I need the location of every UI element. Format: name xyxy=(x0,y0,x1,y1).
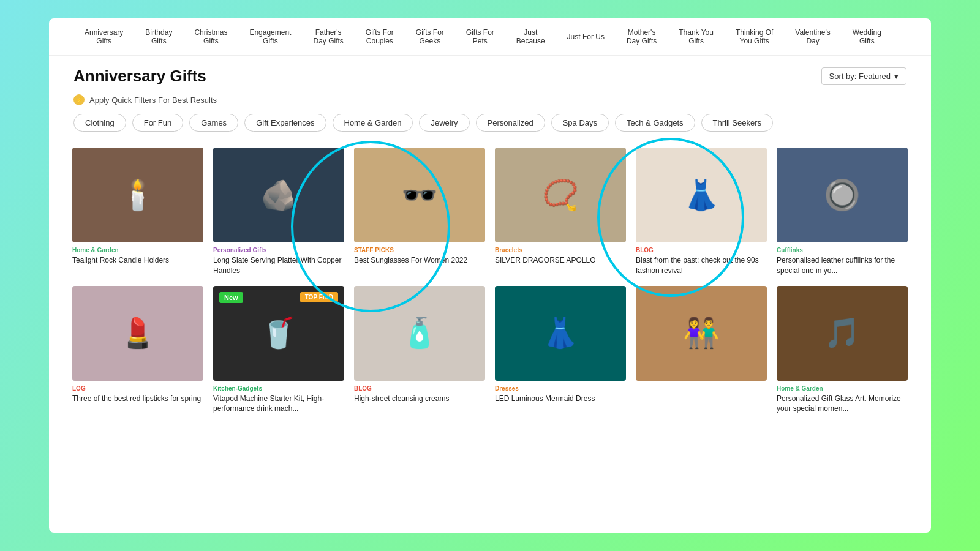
nav-item[interactable]: Just For Us xyxy=(556,30,616,43)
product-name: Long Slate Serving Platter With Copper H… xyxy=(213,255,344,276)
nav-item[interactable]: Gifts For Pets xyxy=(455,26,505,48)
product-category: STAFF PICKS xyxy=(354,247,485,253)
filter-chip[interactable]: Gift Experiences xyxy=(244,114,326,132)
product-name: Personalised leather cufflinks for the s… xyxy=(777,255,908,276)
sort-label: Sort by: Featured xyxy=(829,72,891,81)
product-grid: 🕯️Home & GardenTealight Rock Candle Hold… xyxy=(49,143,931,437)
product-name: Best Sunglasses For Women 2022 xyxy=(354,255,485,266)
product-card[interactable]: 👗DressesLED Luminous Mermaid Dress xyxy=(490,281,631,419)
nav-item[interactable]: Engagement Gifts xyxy=(238,26,302,48)
product-card[interactable]: 🕯️Home & GardenTealight Rock Candle Hold… xyxy=(67,143,208,281)
product-category: BLOG xyxy=(354,385,485,392)
filter-chip[interactable]: Thrill Seekers xyxy=(701,114,773,132)
product-card[interactable]: 🪨Personalized GiftsLong Slate Serving Pl… xyxy=(208,143,349,281)
nav-item[interactable]: Just Because xyxy=(505,26,556,48)
quick-filters-row: ⚡ Apply Quick Filters For Best Results xyxy=(49,91,931,114)
filter-chip[interactable]: Personalized xyxy=(476,114,545,132)
product-card[interactable]: 🧴BLOGHigh-street cleansing creams xyxy=(349,281,490,419)
nav-item[interactable]: Valentine's Day xyxy=(784,26,841,48)
product-category: Personalized Gifts xyxy=(213,247,344,253)
product-name: High-street cleansing creams xyxy=(354,394,485,404)
product-category: Home & Garden xyxy=(72,247,203,253)
product-image: 👫 xyxy=(636,286,767,381)
product-card[interactable]: 👗BLOGBlast from the past: check out the … xyxy=(631,143,772,281)
product-card[interactable]: 🎵Home & GardenPersonalized Gift Glass Ar… xyxy=(772,281,913,419)
nav-item[interactable]: Anniversary Gifts xyxy=(74,26,134,48)
product-image: 👗 xyxy=(495,286,626,381)
product-image: 🕯️ xyxy=(72,148,203,242)
badge-top-find: TOP FIND xyxy=(300,292,338,302)
product-name: LED Luminous Mermaid Dress xyxy=(495,394,626,404)
filter-chip[interactable]: Tech & Gadgets xyxy=(615,114,695,132)
product-image: 🪨 xyxy=(213,148,344,242)
product-image: 🕶️ xyxy=(354,148,485,242)
filter-chip[interactable]: Spa Days xyxy=(551,114,609,132)
product-category: Home & Garden xyxy=(777,385,908,392)
product-name: Vitapod Machine Starter Kit, High-perfor… xyxy=(213,394,344,414)
main-container: Anniversary GiftsBirthday GiftsChristmas… xyxy=(49,18,931,533)
product-name: SILVER DRAGORSE APOLLO xyxy=(495,255,626,266)
filter-icon: ⚡ xyxy=(74,94,85,105)
product-category: Cufflinks xyxy=(777,247,908,253)
page-header: Anniversary Gifts Sort by: Featured ▾ xyxy=(49,56,931,91)
nav-item[interactable]: Father's Day Gifts xyxy=(302,26,354,48)
filter-chip[interactable]: Jewelry xyxy=(419,114,469,132)
sort-dropdown[interactable]: Sort by: Featured ▾ xyxy=(821,67,907,85)
quick-filter-text: Apply Quick Filters For Best Results xyxy=(89,96,217,105)
product-card[interactable]: 👫 xyxy=(631,281,772,419)
nav-item[interactable]: Thank You Gifts xyxy=(668,26,725,48)
product-image: 🥤NewTOP FIND xyxy=(213,286,344,381)
product-name: Personalized Gift Glass Art. Memorize yo… xyxy=(777,394,908,414)
top-nav: Anniversary GiftsBirthday GiftsChristmas… xyxy=(49,18,931,56)
page-title: Anniversary Gifts xyxy=(74,67,206,86)
product-card[interactable]: 📿BraceletsSILVER DRAGORSE APOLLO xyxy=(490,143,631,281)
product-image: 🧴 xyxy=(354,286,485,381)
product-category: Dresses xyxy=(495,385,626,392)
product-image: 💄 xyxy=(72,286,203,381)
nav-item[interactable]: Wedding Gifts xyxy=(842,26,892,48)
chevron-down-icon: ▾ xyxy=(894,72,899,81)
nav-item[interactable]: Gifts For Couples xyxy=(355,26,405,48)
product-category: LOG xyxy=(72,385,203,392)
nav-item[interactable]: Gifts For Geeks xyxy=(405,26,455,48)
product-category: Bracelets xyxy=(495,247,626,253)
product-name: Tealight Rock Candle Holders xyxy=(72,255,203,266)
product-category: BLOG xyxy=(636,247,767,253)
product-card[interactable]: 🔘CufflinksPersonalised leather cufflinks… xyxy=(772,143,913,281)
product-image: 🔘 xyxy=(777,148,908,242)
product-card[interactable]: 🕶️STAFF PICKSBest Sunglasses For Women 2… xyxy=(349,143,490,281)
nav-item[interactable]: Thinking Of You Gifts xyxy=(725,26,784,48)
product-image: 🎵 xyxy=(777,286,908,381)
filter-chip[interactable]: For Fun xyxy=(132,114,184,132)
filter-chip[interactable]: Games xyxy=(189,114,238,132)
product-card[interactable]: 💄LOGThree of the best red lipsticks for … xyxy=(67,281,208,419)
filter-chips: ClothingFor FunGamesGift ExperiencesHome… xyxy=(49,114,931,143)
nav-item[interactable]: Christmas Gifts xyxy=(183,26,238,48)
badge-new: New xyxy=(219,292,243,303)
product-image: 📿 xyxy=(495,148,626,242)
product-category: Kitchen-Gadgets xyxy=(213,385,344,392)
product-name: Blast from the past: check out the 90s f… xyxy=(636,255,767,276)
filter-chip[interactable]: Home & Garden xyxy=(333,114,413,132)
nav-item[interactable]: Birthday Gifts xyxy=(134,26,183,48)
product-card[interactable]: 🥤NewTOP FINDKitchen-GadgetsVitapod Machi… xyxy=(208,281,349,419)
nav-item[interactable]: Mother's Day Gifts xyxy=(616,26,668,48)
product-name: Three of the best red lipsticks for spri… xyxy=(72,394,203,404)
filter-chip[interactable]: Clothing xyxy=(74,114,126,132)
product-image: 👗 xyxy=(636,148,767,242)
